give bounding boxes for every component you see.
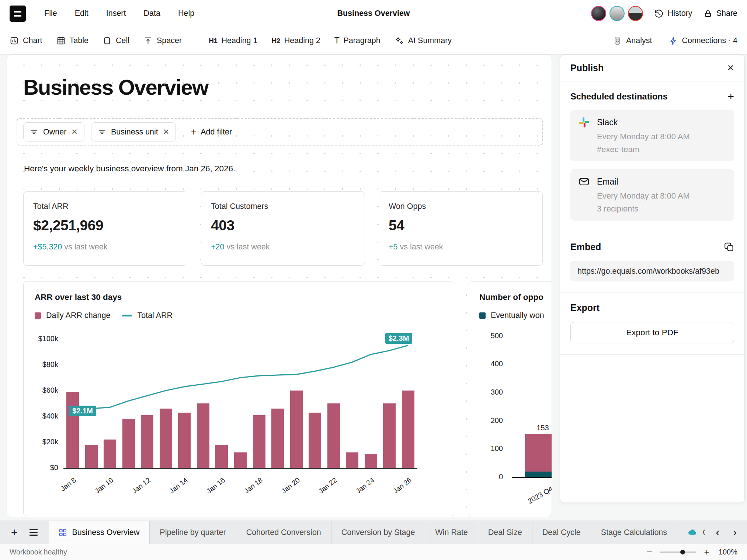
y-tick-label: 100	[470, 444, 503, 453]
chevron-left-icon[interactable]: ‹	[716, 526, 719, 539]
share-button[interactable]: Share	[703, 9, 737, 18]
destination-email[interactable]: Email Every Monday at 8:00 AM 3 recipien…	[570, 169, 734, 221]
y-tick-label: $0	[25, 463, 58, 472]
metric-card-won-opps[interactable]: Won Opps 54 +5 vs last week	[379, 191, 543, 266]
tab-deal-size[interactable]: Deal Size	[478, 521, 532, 544]
copy-icon[interactable]	[724, 242, 734, 252]
tab-business-overview[interactable]: Business Overview	[49, 521, 150, 544]
menu-data[interactable]: Data	[144, 9, 160, 18]
document-canvas[interactable]: Business Overview Owner ✕ Business unit …	[7, 55, 552, 517]
arr-plot-area: $100k$80k$60k$40k$20k$0Jan 8Jan 10Jan 12…	[24, 281, 454, 516]
menu-help[interactable]: Help	[178, 9, 194, 18]
history-icon	[654, 9, 664, 18]
destination-schedule: Every Monday at 8:00 AM	[597, 191, 726, 201]
avatar[interactable]	[628, 6, 643, 21]
arr-chart-card[interactable]: ARR over last 30 days Daily ARR change T…	[23, 281, 454, 516]
embed-heading: Embed	[570, 242, 601, 252]
destination-detail: #exec-team	[597, 145, 726, 154]
paragraph-label: Paragraph	[343, 36, 380, 45]
tab-pipeline-by-quarter[interactable]: Pipeline by quarter	[150, 521, 236, 544]
history-label: History	[668, 9, 692, 18]
tab-conversion-by-stage[interactable]: Conversion by Stage	[331, 521, 425, 544]
avatar[interactable]	[609, 6, 625, 21]
status-bar: Workbook healthy − + 100%	[0, 544, 747, 560]
embed-url-field[interactable]: https://go.equals.com/workbooks/af93eb	[570, 261, 734, 281]
heading2-button[interactable]: H2 Heading 2	[271, 36, 320, 45]
y-tick-label: $60k	[25, 386, 58, 395]
tab-opportunities[interactable]: Oppo	[677, 521, 705, 544]
metric-delta: +20	[211, 242, 224, 251]
equals-app-window: File Edit Insert Data Help Business Over…	[0, 0, 747, 560]
avatar[interactable]	[591, 6, 606, 21]
equals-logo[interactable]	[10, 6, 26, 22]
chart-icon	[10, 36, 19, 45]
tab-deal-cycle[interactable]: Deal Cycle	[532, 521, 591, 544]
destination-slack[interactable]: Slack Every Monday at 8:00 AM #exec-team	[570, 110, 734, 161]
zoom-slider[interactable]	[660, 552, 696, 553]
filter-chip-owner[interactable]: Owner ✕	[23, 122, 84, 141]
metric-card-total-customers[interactable]: Total Customers 403 +20 vs last week	[201, 191, 365, 266]
metric-cards-row: Total ARR $2,251,969 +$5,320 vs last wee…	[23, 191, 543, 266]
opps-plot-area: 50040030020010001532023 Q4	[468, 281, 552, 516]
x-tick-label: Jan 20	[275, 476, 301, 499]
insert-cell-button[interactable]: Cell	[103, 36, 129, 45]
tab-label: Business Overview	[72, 528, 140, 537]
heading1-button[interactable]: H1 Heading 1	[209, 36, 257, 45]
chevron-right-icon[interactable]: ›	[733, 526, 737, 539]
y-tick-label: $40k	[25, 412, 58, 420]
arr-daily-change-bar	[309, 413, 321, 468]
ai-summary-button[interactable]: AI Summary	[395, 36, 452, 46]
tab-stage-calculations[interactable]: Stage Calculations	[591, 521, 677, 544]
intro-paragraph[interactable]: Here's your weekly business overview fro…	[24, 164, 235, 174]
tab-win-rate[interactable]: Win Rate	[425, 521, 478, 544]
document-title: Business Overview	[337, 9, 410, 18]
analyst-button[interactable]: Analyst	[613, 36, 652, 45]
zoom-out-button[interactable]: −	[647, 546, 653, 558]
table-icon	[56, 36, 66, 45]
y-tick-label: 200	[470, 416, 503, 425]
tab-label: Pipeline by quarter	[160, 528, 226, 537]
arr-daily-change-bar	[383, 403, 396, 468]
scheduled-destinations-heading: Scheduled destinations	[570, 92, 668, 102]
insert-spacer-button[interactable]: Spacer	[143, 36, 182, 45]
connections-button[interactable]: Connections · 4	[669, 36, 737, 45]
insert-table-label: Table	[70, 36, 88, 45]
menu-edit[interactable]: Edit	[75, 9, 88, 18]
insert-chart-button[interactable]: Chart	[10, 36, 42, 45]
zoom-level: 100%	[717, 548, 737, 556]
filter-bar: Owner ✕ Business unit ✕ + Add filter	[17, 118, 543, 146]
add-filter-button[interactable]: + Add filter	[191, 127, 232, 137]
zoom-slider-handle[interactable]	[680, 550, 685, 554]
metric-delta-row: +5 vs last week	[389, 242, 533, 252]
menu-file[interactable]: File	[44, 9, 57, 18]
menu-insert[interactable]: Insert	[106, 9, 126, 18]
history-button[interactable]: History	[654, 9, 692, 18]
remove-filter-icon[interactable]: ✕	[163, 127, 170, 136]
opps-chart-card[interactable]: Number of oppo Eventually won 5004003002…	[468, 281, 552, 516]
zoom-in-button[interactable]: +	[704, 547, 709, 557]
remove-filter-icon[interactable]: ✕	[71, 127, 78, 136]
add-sheet-button[interactable]: +	[11, 527, 18, 538]
x-tick-label: Jan 12	[126, 476, 152, 499]
filter-chip-business-unit[interactable]: Business unit ✕	[91, 122, 176, 141]
toolbar-divider	[196, 34, 196, 48]
y-tick-label: 0	[470, 473, 503, 481]
export-to-pdf-button[interactable]: Export to PDF	[570, 322, 734, 343]
heading1-label: Heading 1	[221, 36, 257, 45]
metric-card-total-arr[interactable]: Total ARR $2,251,969 +$5,320 vs last wee…	[23, 191, 187, 266]
publish-panel-header: Publish ✕	[560, 55, 744, 81]
page-title[interactable]: Business Overview	[23, 75, 208, 99]
tab-cohorted-conversion[interactable]: Cohorted Conversion	[236, 521, 331, 544]
sheet-tabs: Business Overview Pipeline by quarter Co…	[49, 521, 705, 544]
insert-table-button[interactable]: Table	[56, 36, 88, 45]
arr-daily-change-bar	[215, 445, 228, 468]
x-tick-label: Jan 16	[201, 476, 227, 499]
insert-cell-label: Cell	[116, 36, 129, 45]
y-tick-label: $20k	[25, 438, 58, 446]
tab-scroll-controls: ‹ ›	[705, 521, 747, 544]
close-icon[interactable]: ✕	[727, 63, 734, 73]
paragraph-button[interactable]: T Paragraph	[334, 36, 381, 46]
sheet-list-button[interactable]	[29, 529, 38, 536]
tab-label: Stage Calculations	[601, 528, 667, 537]
add-destination-button[interactable]: +	[727, 91, 734, 102]
